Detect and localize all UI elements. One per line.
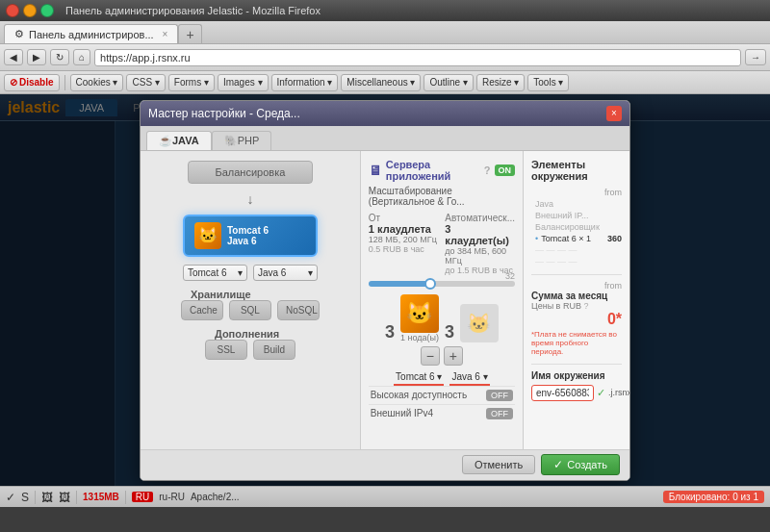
bullet-icon: •	[535, 234, 538, 243]
back-button[interactable]: ◀	[4, 49, 23, 65]
dialog-overlay: Мастер настройки - Среда... × ☕ JAVA 🐘 P…	[0, 94, 770, 486]
decrease-node-button[interactable]: −	[421, 346, 440, 366]
ipv4-label: Внешний IPv4	[371, 408, 433, 418]
env-domain-label: .j.rsnx.ru	[608, 388, 630, 397]
env-item-balancer: Балансировщик	[531, 222, 622, 232]
center-panel: 🖥 Сервера приложений ? ON Масштабировани…	[361, 151, 524, 449]
tab-close-icon[interactable]: ×	[163, 29, 168, 39]
env-from: from	[531, 188, 622, 197]
build-button[interactable]: Build	[253, 340, 295, 360]
ssl-button[interactable]: SSL	[205, 340, 247, 360]
slider-max-label: 32	[505, 271, 515, 281]
browser-tab-active[interactable]: ⚙ Панель администриров... ×	[4, 24, 178, 43]
storage-buttons: Cache SQL NoSQL	[181, 300, 320, 320]
count-left-value: 3	[385, 322, 395, 342]
min-btn[interactable]	[23, 4, 37, 17]
slider-container: 32	[369, 281, 515, 287]
java-selector[interactable]: Java 6 ▾	[449, 369, 489, 386]
disable-icon: ⊘	[10, 77, 17, 88]
url-input[interactable]	[94, 49, 741, 66]
arrow-down-icon: ↓	[246, 191, 253, 207]
env-item-java: Java	[531, 199, 622, 209]
dialog-tab-bar: ☕ JAVA 🐘 PHP	[141, 126, 629, 151]
dialog-tab-java[interactable]: ☕ JAVA	[146, 131, 212, 150]
from-to-row: От 1 клаудлета 128 МБ, 200 МГц 0.5 RUB в…	[369, 213, 515, 275]
tomcat-selector[interactable]: Tomcat 6 ▾	[394, 369, 444, 386]
window-controls	[6, 4, 54, 17]
dialog-close-button[interactable]: ×	[606, 106, 622, 121]
main-dialog: Мастер настройки - Среда... × ☕ JAVA 🐘 P…	[140, 100, 630, 481]
nodes-row: 3 🐱 1 нода(ы) 3 🐱	[369, 294, 515, 342]
ipv4-row: Внешний IPv4 OFF	[369, 404, 515, 422]
sum-note: *Плата не снимается во время пробного пе…	[531, 330, 622, 356]
left-panel: Балансировка ↓ 🐱 Tomcat 6 Java 6 Tomcat	[141, 151, 361, 449]
env-item-ip: Внешний IP...	[531, 211, 622, 220]
slider-thumb[interactable]	[424, 278, 436, 290]
sum-subtitle: Цены в RUB ?	[531, 301, 622, 311]
close-btn[interactable]	[6, 4, 19, 17]
status-right: Блокировано: 0 из 1	[663, 491, 764, 503]
addons-label: Дополнения	[205, 328, 295, 340]
dialog-tab-php[interactable]: 🐘 PHP	[212, 131, 272, 150]
information-button[interactable]: Information ▾	[271, 74, 339, 91]
cache-button[interactable]: Cache	[181, 300, 223, 320]
node-controls: − +	[369, 346, 515, 366]
env-item-4: — — — —	[531, 245, 622, 255]
go-button[interactable]: →	[745, 49, 766, 65]
status-bar: ✓ S 🖼 🖼 1315MB RU ru-RU Apache/2... Блок…	[0, 486, 770, 507]
server-section-icon: 🖥	[369, 163, 382, 178]
disable-button[interactable]: ⊘ Disable	[4, 74, 60, 91]
env-name-input[interactable]	[531, 385, 594, 401]
cancel-button[interactable]: Отменить	[462, 455, 535, 474]
env-name-section: Имя окружения ✓ .j.rsnx.ru	[531, 364, 622, 401]
blocked-badge: Блокировано: 0 из 1	[663, 491, 764, 503]
node-count-right: 3	[445, 322, 454, 342]
tomcat-java-row: Tomcat 6 ▾ Java 6 ▾	[369, 369, 515, 386]
tools-button[interactable]: Tools ▾	[527, 74, 569, 91]
status-icon-done: ✓	[6, 491, 15, 504]
status-size: 1315MB	[83, 492, 119, 502]
nodes-label: 1 нода(ы)	[400, 333, 439, 342]
resize-button[interactable]: Resize ▾	[476, 74, 525, 91]
from-value: 1 клаудлета	[369, 223, 438, 235]
outline-button[interactable]: Outline ▾	[424, 74, 473, 91]
status-lang: ru-RU	[159, 492, 185, 502]
create-button[interactable]: ✓ Создать	[541, 454, 620, 475]
status-server: Apache/2...	[191, 492, 240, 502]
to-column: Автоматическ... 3 клаудлет(ы) до 384 МБ,…	[445, 213, 515, 275]
env-title: Элементы окружения	[531, 159, 622, 182]
right-panel: Элементы окружения from Java Внешний IP.…	[524, 151, 629, 449]
miscellaneous-button[interactable]: Miscellaneous ▾	[341, 74, 421, 91]
sum-title: Сумма за месяц	[531, 291, 622, 301]
dialog-body: Балансировка ↓ 🐱 Tomcat 6 Java 6 Tomcat	[141, 151, 629, 449]
balancer-button[interactable]: Балансировка	[188, 161, 313, 184]
status-icon-s: S	[21, 491, 29, 504]
server-icon: 🐱	[194, 222, 221, 249]
on-toggle[interactable]: ON	[495, 165, 516, 176]
sql-button[interactable]: SQL	[229, 300, 271, 320]
ipv4-toggle[interactable]: OFF	[486, 408, 513, 419]
ha-toggle[interactable]: OFF	[486, 390, 513, 401]
cookies-button[interactable]: Cookies ▾	[70, 74, 124, 91]
node-count-left: 3	[385, 322, 395, 342]
css-button[interactable]: CSS ▾	[126, 74, 165, 91]
tab-favicon: ⚙	[14, 28, 24, 40]
to-value: 3 клаудлет(ы)	[445, 223, 515, 246]
increase-node-button[interactable]: +	[444, 346, 463, 366]
server-node-button[interactable]: 🐱 Tomcat 6 Java 6	[183, 215, 318, 257]
nosql-button[interactable]: NoSQL	[277, 300, 320, 320]
to-mem: до 384 МБ, 600 МГц	[445, 246, 515, 266]
forward-button[interactable]: ▶	[27, 49, 46, 65]
storage-section: Хранилище Cache SQL NoSQL	[181, 289, 320, 320]
info-icon: ?	[484, 165, 491, 176]
disabled-node-icon: 🐱	[460, 304, 499, 342]
refresh-button[interactable]: ↻	[50, 49, 69, 65]
tomcat-dropdown[interactable]: Tomcat 6 ▾	[183, 265, 247, 281]
images-button[interactable]: Images ▾	[218, 74, 269, 91]
status-icon-img2: 🖼	[59, 491, 70, 504]
home-button[interactable]: ⌂	[73, 49, 90, 65]
forms-button[interactable]: Forms ▾	[168, 74, 215, 91]
max-btn[interactable]	[40, 4, 54, 17]
new-tab-button[interactable]: +	[178, 24, 201, 43]
java-dropdown[interactable]: Java 6 ▾	[253, 265, 318, 281]
